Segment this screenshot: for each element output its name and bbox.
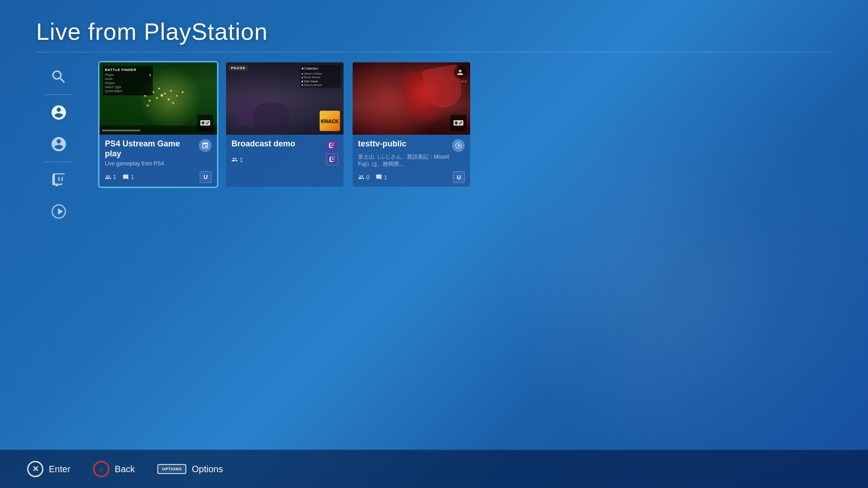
comment-count-value-3: 1 [384,174,387,181]
live-broadcast-icon [50,104,67,121]
comment-count-value-1: 1 [131,174,134,180]
x-button: ✕ [27,461,43,477]
card-title-row-3: testtv-public [358,139,465,152]
action-options[interactable]: OPTIONS Options [157,464,223,474]
viewer-count-value-1: 1 [113,174,116,180]
comment-count-3: 1 [376,174,387,181]
sidebar-item-live[interactable] [43,97,75,128]
action-back-label: Back [115,464,135,474]
viewer-count-value-2: 1 [240,156,243,163]
card-stats-2: 1 [231,154,338,165]
bottom-bar: ✕ Enter ○ Back OPTIONS Options [0,450,868,488]
card-title-1: PS4 Ustream Game play [105,139,195,159]
broadcast-info-panel: ■ Collection ■ Villain's Palace ■ Shock … [300,65,341,88]
sidebar-divider-2 [45,162,72,162]
viewer-count-3: 0 [358,174,369,181]
sidebar [36,61,81,227]
card-stats-left-2: 1 [231,156,243,163]
card-title-3: testtv-public [358,139,448,149]
stream-icon-2 [326,139,338,152]
page-title: Live from PlayStation [36,18,268,45]
scene-element-2 [253,103,289,130]
ustream-icon [50,203,67,220]
sidebar-divider-1 [45,94,72,95]
comment-icon-3 [376,174,382,180]
bf-panel: Battle Finder Player● Mode Region Match … [103,66,153,95]
thumb-controller-1 [197,115,213,131]
sidebar-item-twitch[interactable] [43,164,75,196]
action-options-label: Options [192,464,223,474]
avatar-icon-3 [454,66,467,79]
card-desc-3: 富士山（ふじさん、英語表記：Mount Fuji）は、静岡県... [358,154,465,168]
card-thumbnail-2: PAUSE ■ Collection ■ Villain's Palace ■ … [226,62,344,135]
card-info-1: PS4 Ustream Game play Live gameplay from… [99,135,217,187]
card-stats-1: 1 1 U [105,171,212,183]
viewer-icon-3 [358,174,364,180]
platform-badge-twitch-2 [326,154,338,165]
sidebar-item-search[interactable] [43,61,75,93]
comment-icon-1 [123,174,129,180]
cards-container: Battle Finder Player● Mode Region Match … [99,59,832,187]
platform-badge-ustream-3: U [453,171,465,183]
card-stats-3: 0 1 U [358,171,465,183]
card-desc-1: Live gameplay from PS4 [105,160,212,168]
action-back[interactable]: ○ Back [93,461,135,477]
viewer-count-2: 1 [231,156,243,163]
platform-badge-ustream-1: U [200,171,212,183]
card-info-2: Broadcast demo 1 [226,135,344,169]
search-icon [50,68,67,85]
main-content: Battle Finder Player● Mode Region Match … [99,59,832,443]
action-enter-label: Enter [49,464,71,474]
viewer-count-value-3: 0 [366,174,369,181]
saved-icon [50,136,67,153]
thumb-controller-3 [450,115,467,131]
card-thumbnail-1: Battle Finder Player● Mode Region Match … [99,62,217,135]
viewer-icon-1 [105,174,111,180]
card-stats-left-3: 0 1 [358,174,387,181]
avatar-count: ≡ 2 [462,80,467,84]
viewer-icon-2 [231,156,238,163]
card-stats-left-1: 1 1 [105,174,134,180]
card-testtv-public[interactable]: ≡ 2 testtv-public 富士山（ふじさ [353,62,470,187]
knack-logo: KNACK [320,111,340,131]
card-thumbnail-3: ≡ 2 [353,62,470,135]
card-ps4-ustream[interactable]: Battle Finder Player● Mode Region Match … [99,62,217,187]
card-info-3: testtv-public 富士山（ふじさん、英語表記：Mount Fuji）は… [353,135,470,187]
card-title-row-2: Broadcast demo [231,139,338,152]
sidebar-item-ustream[interactable] [43,196,75,227]
sidebar-item-saved[interactable] [43,128,75,160]
stream-icon-1 [199,139,212,152]
title-divider [36,52,832,52]
card-title-row-1: PS4 Ustream Game play [105,139,212,159]
card-broadcast-demo[interactable]: PAUSE ■ Collection ■ Villain's Palace ■ … [226,62,344,187]
circle-button: ○ [93,461,109,477]
action-enter[interactable]: ✕ Enter [27,461,71,477]
comment-count-1: 1 [123,174,134,180]
twitch-icon [50,171,67,188]
stream-icon-3 [452,139,465,152]
options-button: OPTIONS [157,464,186,474]
pause-overlay: PAUSE [229,65,248,71]
viewer-count-1: 1 [105,174,116,180]
card-title-2: Broadcast demo [231,139,322,149]
